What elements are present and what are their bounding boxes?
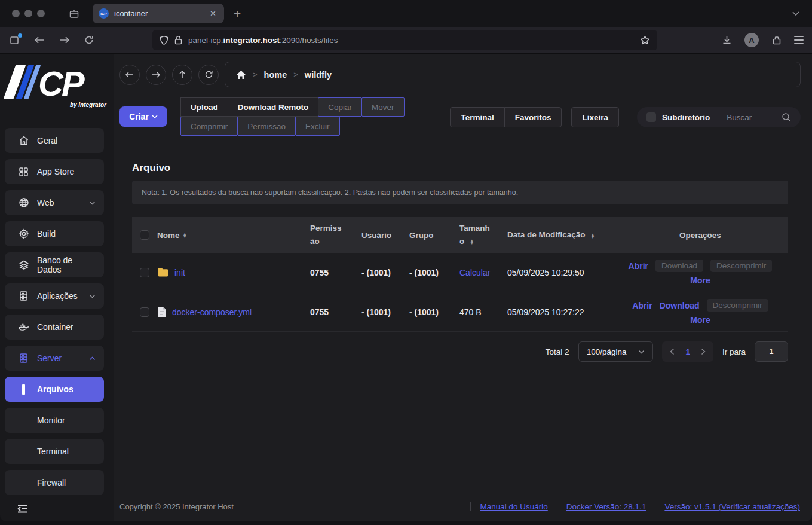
- nav-forward-button[interactable]: [146, 65, 166, 85]
- layers-icon: [18, 260, 29, 270]
- sidebar-item-geral[interactable]: Geral: [5, 128, 104, 153]
- sidebar-item-build[interactable]: Build: [5, 221, 104, 246]
- date-cell: 05/09/2025 10:29:50: [507, 268, 612, 277]
- perm-cell: 0755: [310, 307, 361, 317]
- logo-text: CP: [38, 68, 83, 99]
- table-header: Nome ▲▼ Permissão Usuário Grupo Tamanho …: [132, 217, 788, 253]
- search-input[interactable]: Buscar: [727, 113, 776, 122]
- window-maximize-icon[interactable]: [37, 10, 45, 17]
- shield-icon[interactable]: [160, 35, 168, 45]
- sidebar-item-aplicacoes[interactable]: Aplicações: [5, 283, 104, 309]
- nav-up-button[interactable]: [172, 65, 192, 85]
- sidebar-item-container[interactable]: Container: [5, 315, 104, 340]
- per-page-select[interactable]: 100/página: [578, 341, 654, 362]
- sidebar-item-app-store[interactable]: App Store: [5, 159, 104, 184]
- window-controls[interactable]: [0, 10, 45, 17]
- header-tamanho[interactable]: Tamanho ▲▼: [459, 222, 507, 248]
- new-tab-button[interactable]: +: [234, 7, 241, 21]
- more-link[interactable]: More: [690, 276, 710, 285]
- browser-tab[interactable]: ICP icontainer ✕: [93, 4, 224, 23]
- extensions-icon[interactable]: [771, 35, 782, 45]
- criar-button[interactable]: Criar: [119, 106, 167, 127]
- reload-icon[interactable]: [84, 35, 94, 45]
- url-bar[interactable]: panel-icp.integrator.host:2090/hosts/fil…: [152, 30, 657, 50]
- sidebar-item-firewall[interactable]: Firewall: [5, 470, 104, 495]
- abrir-link[interactable]: Abrir: [632, 301, 652, 310]
- breadcrumb-home[interactable]: home: [264, 70, 287, 80]
- docker-version-link[interactable]: Docker Versão: 28.1.1: [566, 502, 646, 511]
- sidebar: CP by integrator Geral App Store: [0, 54, 114, 521]
- download-link[interactable]: Download: [660, 301, 700, 310]
- search-icon[interactable]: [782, 112, 791, 122]
- window-close-icon[interactable]: [12, 10, 20, 17]
- menu-hamburger-icon[interactable]: [794, 36, 804, 44]
- window-minimize-icon[interactable]: [24, 10, 32, 17]
- terminal-button[interactable]: Terminal: [450, 107, 504, 127]
- sort-icon[interactable]: ▲▼: [470, 240, 474, 245]
- sidebar-item-banco-de-dados[interactable]: Banco de Dados: [5, 252, 104, 277]
- search-bar: Subdiretório Buscar: [637, 107, 801, 127]
- download-remoto-button[interactable]: Download Remoto: [228, 97, 319, 117]
- more-link[interactable]: More: [690, 315, 710, 325]
- abrir-link[interactable]: Abrir: [629, 261, 648, 271]
- row-checkbox[interactable]: [140, 268, 149, 277]
- lixeira-button[interactable]: Lixeira: [571, 107, 619, 127]
- prev-page-icon[interactable]: [670, 348, 675, 355]
- tab-close-icon[interactable]: ✕: [208, 9, 218, 18]
- file-name-link[interactable]: docker-composer.yml: [172, 307, 252, 317]
- footer-divider: [655, 502, 655, 511]
- sidebar-item-terminal[interactable]: Terminal: [5, 439, 104, 464]
- sidebar-item-server[interactable]: Server: [5, 346, 104, 371]
- sort-icon[interactable]: ▲▼: [183, 233, 187, 238]
- site-favicon: ICP: [99, 8, 109, 19]
- file-name-link[interactable]: init: [174, 268, 185, 277]
- subdiretorio-checkbox[interactable]: [646, 112, 656, 122]
- header-nome[interactable]: Nome ▲▼: [157, 231, 310, 240]
- refresh-button[interactable]: [198, 65, 219, 85]
- footer-divider: [470, 502, 471, 511]
- current-page[interactable]: 1: [685, 347, 690, 356]
- operations-cell: Abrir Download Descomprimir More: [612, 299, 788, 325]
- sidebar-item-arquivos[interactable]: Arquivos: [5, 377, 104, 402]
- toolbar-right-cluster: Terminal Favoritos Lixeira Subdiretório …: [450, 107, 801, 127]
- sidebar-item-monitor[interactable]: Monitor: [5, 408, 104, 433]
- grid-icon: [18, 167, 29, 177]
- browser-view-icon[interactable]: [10, 35, 20, 45]
- subdiretorio-label: Subdiretório: [662, 113, 710, 122]
- downloads-icon[interactable]: [722, 35, 732, 45]
- goto-page-input[interactable]: 1: [755, 341, 788, 362]
- docker-whale-icon: [18, 322, 29, 332]
- forward-icon[interactable]: [59, 36, 70, 44]
- group-cell: - (1001): [409, 307, 459, 317]
- header-data[interactable]: Data de Modificação ▲▼: [507, 228, 612, 242]
- bookmark-star-icon[interactable]: [640, 35, 650, 45]
- next-page-icon[interactable]: [701, 348, 706, 355]
- panel-version-link[interactable]: Versão: v1.5.1 (Verificar atualizações): [664, 502, 800, 511]
- manual-link[interactable]: Manual do Usuário: [480, 502, 547, 511]
- sort-icon[interactable]: ▲▼: [590, 234, 595, 239]
- breadcrumb-home-icon[interactable]: [236, 70, 246, 80]
- descomprimir-link-disabled: Descomprimir: [707, 299, 768, 312]
- nav-back-button[interactable]: [119, 65, 140, 85]
- sidebar-collapse-icon[interactable]: [16, 503, 29, 514]
- select-all-checkbox[interactable]: [140, 230, 149, 240]
- tab-overflow-chevron-icon[interactable]: [792, 11, 800, 16]
- favoritos-button[interactable]: Favoritos: [504, 107, 562, 127]
- calcular-link[interactable]: Calcular: [459, 268, 490, 277]
- lock-icon[interactable]: [174, 35, 182, 45]
- page-title: Arquivo: [132, 162, 788, 174]
- chevron-down-icon: [89, 294, 96, 298]
- sidebar-item-label: Aplicações: [37, 291, 78, 301]
- main-panel: > home > wildfly Criar Upload Download R…: [114, 54, 812, 521]
- account-avatar[interactable]: A: [744, 33, 759, 47]
- sidebar-item-web[interactable]: Web: [5, 190, 104, 215]
- action-button-grid: Upload Download Remoto Copiar Mover Comp…: [180, 97, 404, 136]
- upload-button[interactable]: Upload: [180, 97, 228, 117]
- footer: Copyright © 2025 Integrator Host Manual …: [119, 497, 800, 515]
- row-checkbox[interactable]: [140, 307, 149, 317]
- sidebar-item-label: Container: [37, 322, 73, 332]
- container-tabs-icon[interactable]: [69, 8, 79, 19]
- breadcrumb-separator: >: [253, 70, 258, 79]
- back-icon[interactable]: [34, 36, 45, 44]
- breadcrumb[interactable]: > home > wildfly: [225, 62, 801, 87]
